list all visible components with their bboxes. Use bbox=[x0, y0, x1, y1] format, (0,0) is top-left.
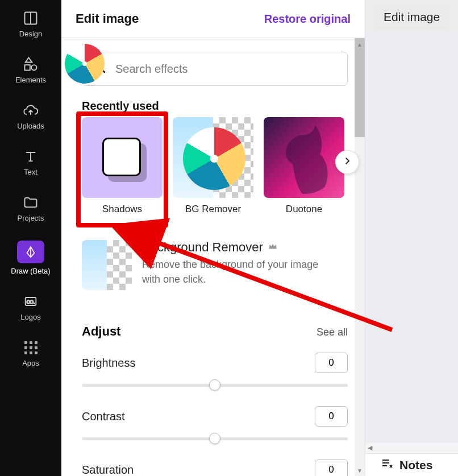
saturation-value-input[interactable] bbox=[315, 460, 348, 476]
brightness-slider[interactable] bbox=[82, 378, 348, 392]
featured-bg-remover[interactable]: Background Remover Remove the background… bbox=[82, 240, 348, 290]
canvas-area: Edit image ◀ Notes bbox=[365, 0, 458, 476]
sidebar-item-label: Logos bbox=[20, 313, 40, 321]
text-icon bbox=[23, 148, 39, 164]
brightness-value-input[interactable] bbox=[315, 353, 348, 373]
effects-row: Shadows BG Remover Duotone bbox=[82, 117, 348, 215]
adjust-see-all-link[interactable]: See all bbox=[317, 326, 348, 338]
contrast-value-input[interactable] bbox=[315, 406, 348, 427]
folder-icon bbox=[23, 194, 39, 210]
sidebar-item-design[interactable]: Design bbox=[0, 0, 61, 46]
layout-icon bbox=[23, 10, 39, 26]
adjust-label: Brightness bbox=[82, 357, 136, 370]
search-effects-wrap[interactable] bbox=[82, 52, 348, 86]
sidebar-item-elements[interactable]: Elements bbox=[0, 46, 61, 92]
svg-rect-2 bbox=[25, 65, 30, 70]
notes-icon bbox=[380, 457, 394, 473]
panel-body: Recently used Shadows BG Remover bbox=[61, 38, 365, 476]
edit-image-button[interactable]: Edit image bbox=[374, 5, 449, 30]
scroll-left-icon[interactable]: ◀ bbox=[368, 444, 372, 452]
panel-header: Edit image Restore original bbox=[61, 0, 365, 38]
crown-icon bbox=[268, 241, 278, 254]
left-sidebar: Design Elements Uploads Text Projects Dr… bbox=[0, 0, 61, 476]
effects-next-button[interactable] bbox=[335, 150, 359, 174]
recently-used-heading: Recently used bbox=[82, 100, 348, 113]
adjust-row-saturation: Saturation bbox=[82, 460, 348, 476]
cloud-upload-icon bbox=[23, 102, 39, 118]
apps-grid-icon bbox=[23, 340, 39, 355]
draw-icon-wrap bbox=[17, 241, 44, 263]
notes-label: Notes bbox=[399, 458, 432, 472]
sidebar-item-logos[interactable]: CO. Logos bbox=[0, 283, 61, 329]
adjust-row-brightness: Brightness bbox=[82, 353, 348, 392]
adjust-label: Saturation bbox=[82, 463, 134, 477]
featured-title: Background Remover bbox=[142, 240, 263, 255]
sidebar-item-label: Uploads bbox=[17, 122, 44, 130]
effect-label: BG Remover bbox=[185, 204, 241, 215]
effect-card-bg-remover[interactable]: BG Remover bbox=[173, 117, 253, 215]
effect-card-shadows[interactable]: Shadows bbox=[82, 117, 163, 215]
adjust-row-contrast: Contrast bbox=[82, 406, 348, 446]
canvas-hscrollbar[interactable]: ◀ bbox=[365, 443, 458, 453]
duotone-thumb bbox=[264, 117, 344, 198]
adjust-header: Adjust See all bbox=[82, 324, 348, 339]
contrast-slider[interactable] bbox=[82, 431, 348, 446]
sidebar-item-label: Elements bbox=[15, 76, 46, 84]
svg-text:CO.: CO. bbox=[27, 300, 35, 305]
sidebar-item-projects[interactable]: Projects bbox=[0, 184, 61, 230]
svg-point-3 bbox=[31, 65, 36, 70]
sidebar-item-label: Draw (Beta) bbox=[11, 267, 50, 275]
shadows-thumb bbox=[82, 117, 163, 198]
search-effects-input[interactable] bbox=[115, 63, 337, 76]
sidebar-item-label: Apps bbox=[22, 359, 39, 367]
sidebar-item-label: Text bbox=[24, 168, 38, 176]
canvas-background[interactable] bbox=[365, 31, 458, 445]
panel-title: Edit image bbox=[76, 11, 139, 26]
sidebar-item-label: Design bbox=[19, 30, 42, 38]
sidebar-item-draw[interactable]: Draw (Beta) bbox=[0, 230, 61, 283]
sidebar-item-uploads[interactable]: Uploads bbox=[0, 92, 61, 138]
logo-icon: CO. bbox=[23, 293, 39, 309]
featured-thumb bbox=[82, 240, 132, 290]
effect-card-duotone[interactable]: Duotone bbox=[264, 117, 344, 215]
effect-label: Shadows bbox=[102, 204, 142, 215]
featured-text: Background Remover Remove the background… bbox=[142, 240, 330, 287]
sidebar-item-apps[interactable]: Apps bbox=[0, 329, 61, 375]
adjust-heading: Adjust bbox=[82, 324, 120, 339]
pencil-icon bbox=[23, 244, 39, 260]
bg-remover-thumb bbox=[173, 117, 253, 198]
sidebar-item-label: Projects bbox=[18, 214, 44, 222]
chevron-right-icon bbox=[342, 156, 352, 168]
edit-image-panel: Edit image Restore original ▲ ▼ Recently… bbox=[61, 0, 365, 476]
shapes-icon bbox=[23, 56, 39, 72]
sidebar-item-text[interactable]: Text bbox=[0, 138, 61, 184]
notes-button[interactable]: Notes bbox=[365, 453, 458, 476]
restore-original-link[interactable]: Restore original bbox=[264, 13, 351, 26]
adjust-label: Contrast bbox=[82, 410, 125, 423]
featured-desc: Remove the background of your image with… bbox=[142, 257, 330, 287]
effect-label: Duotone bbox=[286, 204, 322, 215]
